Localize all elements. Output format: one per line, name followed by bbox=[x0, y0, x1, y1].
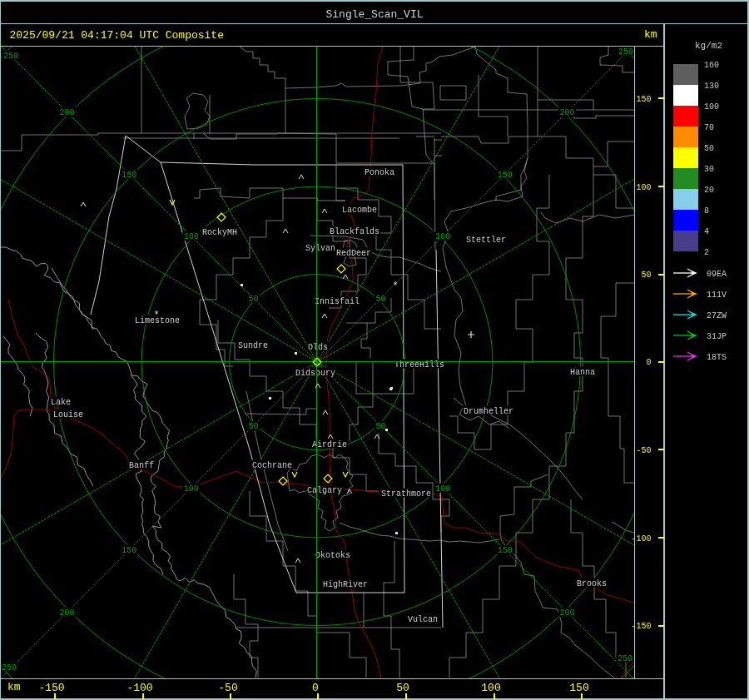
svg-text:Louise: Louise bbox=[53, 410, 83, 420]
svg-text:100: 100 bbox=[184, 484, 199, 494]
svg-text:150: 150 bbox=[122, 546, 136, 555]
svg-text:Sundre: Sundre bbox=[238, 341, 268, 350]
svg-text:111V: 111V bbox=[707, 290, 727, 300]
svg-text:Cochrane: Cochrane bbox=[252, 461, 292, 470]
svg-text:20: 20 bbox=[704, 186, 714, 195]
svg-text:150: 150 bbox=[498, 546, 513, 555]
svg-text:70: 70 bbox=[704, 123, 714, 132]
svg-text:100: 100 bbox=[636, 183, 651, 192]
svg-text:0: 0 bbox=[646, 358, 651, 367]
svg-text:27ZW: 27ZW bbox=[707, 311, 727, 320]
svg-text:Didsbury: Didsbury bbox=[295, 369, 335, 378]
svg-text:-150: -150 bbox=[631, 622, 651, 631]
svg-text:-50: -50 bbox=[218, 682, 237, 694]
svg-text:2: 2 bbox=[704, 248, 709, 257]
svg-text:2025/09/21 04:17:04 UTC Compos: 2025/09/21 04:17:04 UTC Composite bbox=[10, 29, 224, 42]
svg-text:Hanna: Hanna bbox=[570, 368, 595, 377]
svg-text:Lacombe: Lacombe bbox=[342, 206, 377, 215]
svg-text:Drumheller: Drumheller bbox=[464, 407, 513, 416]
svg-text:Innisfail: Innisfail bbox=[315, 297, 360, 306]
svg-text:250: 250 bbox=[3, 52, 18, 61]
svg-text:150: 150 bbox=[498, 171, 513, 180]
svg-text:Olds: Olds bbox=[308, 343, 328, 352]
svg-text:250: 250 bbox=[2, 663, 17, 673]
svg-text:Vulcan: Vulcan bbox=[408, 615, 438, 624]
svg-text:100: 100 bbox=[704, 102, 719, 112]
svg-text:50: 50 bbox=[248, 422, 258, 431]
svg-text:4: 4 bbox=[704, 227, 709, 236]
svg-text:150: 150 bbox=[569, 682, 588, 694]
svg-text:RedDeer: RedDeer bbox=[336, 249, 371, 258]
svg-text:RockyMH: RockyMH bbox=[202, 228, 237, 237]
svg-text:Brooks: Brooks bbox=[577, 579, 607, 588]
svg-text:0: 0 bbox=[312, 682, 319, 694]
svg-text:130: 130 bbox=[704, 82, 719, 91]
svg-text:50: 50 bbox=[396, 682, 409, 694]
svg-text:Ponoka: Ponoka bbox=[365, 168, 394, 177]
svg-text:Single_Scan_VIL: Single_Scan_VIL bbox=[325, 8, 423, 21]
svg-text:kg/m2: kg/m2 bbox=[695, 41, 722, 51]
svg-text:Lake: Lake bbox=[51, 398, 71, 407]
svg-text:100: 100 bbox=[184, 232, 199, 241]
svg-text:*: * bbox=[392, 280, 398, 292]
svg-text:50: 50 bbox=[376, 422, 386, 431]
svg-text:Calgary: Calgary bbox=[307, 486, 342, 495]
svg-text:HighRiver: HighRiver bbox=[323, 580, 368, 589]
svg-text:250: 250 bbox=[618, 47, 633, 57]
svg-text:50: 50 bbox=[376, 295, 386, 304]
svg-text:Blackfalds: Blackfalds bbox=[330, 227, 379, 236]
svg-text:50: 50 bbox=[641, 271, 651, 280]
svg-text:18TS: 18TS bbox=[707, 353, 727, 362]
svg-text:250: 250 bbox=[618, 654, 632, 663]
svg-text:Okotoks: Okotoks bbox=[315, 551, 350, 560]
svg-text:-50: -50 bbox=[636, 446, 651, 455]
svg-text:200: 200 bbox=[60, 108, 75, 117]
svg-text:150: 150 bbox=[636, 95, 651, 104]
svg-text:Banff: Banff bbox=[129, 461, 154, 470]
svg-text:09EA: 09EA bbox=[707, 270, 727, 279]
svg-text:31JP: 31JP bbox=[707, 332, 727, 341]
svg-text:100: 100 bbox=[481, 682, 500, 694]
svg-text:200: 200 bbox=[559, 108, 574, 117]
svg-text:*: * bbox=[153, 310, 159, 321]
svg-text:Sylvan: Sylvan bbox=[305, 244, 335, 253]
svg-text:100: 100 bbox=[435, 484, 450, 494]
svg-text:50: 50 bbox=[704, 144, 714, 153]
svg-text:km: km bbox=[644, 28, 657, 41]
svg-text:50: 50 bbox=[248, 295, 258, 304]
svg-text:km: km bbox=[7, 681, 21, 693]
svg-text:-100: -100 bbox=[126, 682, 152, 694]
svg-text:160: 160 bbox=[704, 61, 719, 70]
svg-text:150: 150 bbox=[122, 171, 136, 180]
svg-text:8: 8 bbox=[704, 206, 709, 216]
svg-text:-100: -100 bbox=[631, 534, 651, 544]
svg-text:200: 200 bbox=[60, 608, 75, 618]
svg-text:30: 30 bbox=[704, 165, 714, 174]
svg-text:100: 100 bbox=[435, 232, 450, 241]
svg-text:Strathmore: Strathmore bbox=[381, 489, 431, 499]
svg-text:200: 200 bbox=[559, 608, 574, 618]
svg-text:Airdrie: Airdrie bbox=[312, 440, 347, 449]
svg-text:Stettler: Stettler bbox=[466, 236, 506, 245]
svg-text:-150: -150 bbox=[38, 682, 64, 694]
